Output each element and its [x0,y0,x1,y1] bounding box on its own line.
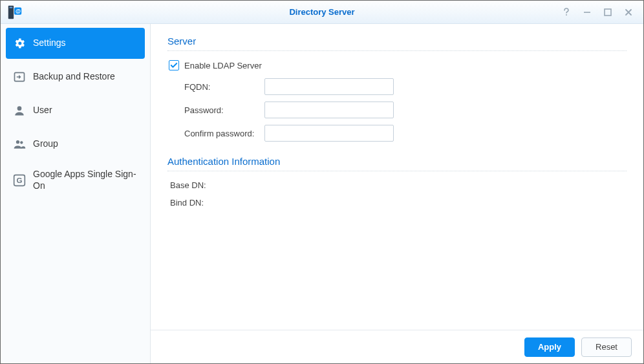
sidebar: Settings Backup and Restore User Group G [1,24,151,363]
sidebar-item-label: Group [33,138,58,150]
divider [167,171,627,171]
divider [167,50,627,51]
title-bar: @ Directory Server [1,1,643,24]
maximize-icon[interactable] [602,6,614,18]
backup-icon [12,70,27,84]
enable-ldap-row: Enable LDAP Server [167,60,627,70]
svg-text:@: @ [16,7,21,14]
reset-button[interactable]: Reset [581,337,632,357]
svg-point-10 [20,141,23,144]
sidebar-item-label: Google Apps Single Sign-On [33,169,138,191]
sidebar-item-settings[interactable]: Settings [6,28,145,59]
password-input[interactable] [264,102,394,118]
svg-rect-6 [605,9,611,16]
sidebar-item-label: Settings [33,37,66,49]
base-dn-label: Base DN: [170,180,219,190]
svg-point-4 [566,14,567,16]
google-icon: G [12,173,27,187]
apply-button[interactable]: Apply [524,337,575,357]
close-icon[interactable] [623,6,634,18]
minimize-icon[interactable] [581,6,593,18]
password-label: Password: [167,105,264,115]
user-icon [12,103,27,118]
bind-dn-label: Bind DN: [170,198,219,208]
fqdn-label: FQDN: [167,82,264,92]
confirm-password-input[interactable] [264,125,394,142]
enable-ldap-label: Enable LDAP Server [184,61,262,70]
auth-section-heading: Authentication Information [167,156,627,167]
footer: Apply Reset [151,330,643,363]
svg-rect-1 [10,6,13,8]
sidebar-item-label: User [33,105,52,116]
svg-point-8 [17,106,22,111]
enable-ldap-checkbox[interactable] [169,60,179,70]
window-controls [561,6,639,18]
svg-rect-5 [584,12,590,13]
window-title: Directory Server [1,7,643,17]
fqdn-input[interactable] [264,78,394,95]
sidebar-item-group[interactable]: Group [6,129,145,160]
sidebar-item-backup[interactable]: Backup and Restore [6,61,145,92]
svg-text:G: G [16,176,22,184]
sidebar-item-label: Backup and Restore [33,71,115,83]
confirm-password-label: Confirm password: [167,129,264,138]
main-panel: Server Enable LDAP Server FQDN: Password… [151,24,643,363]
sidebar-item-user[interactable]: User [6,95,145,126]
gear-icon [12,36,27,50]
group-icon [12,137,27,151]
help-icon[interactable] [561,6,572,18]
app-icon: @ [6,3,24,21]
server-section-heading: Server [167,36,627,47]
sidebar-item-google-sso[interactable]: G Google Apps Single Sign-On [6,162,145,198]
svg-point-9 [16,140,19,144]
